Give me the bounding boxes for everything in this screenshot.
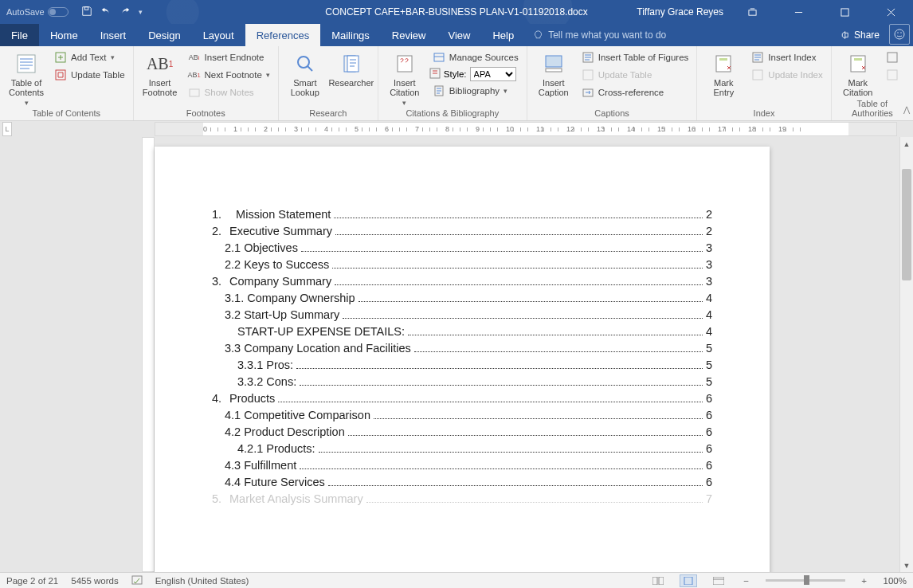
citation-style-selector[interactable]: Style: APA [429,67,522,81]
horizontal-ruler[interactable]: 012345678910111213141516171819 [155,122,897,136]
page-number-status[interactable]: Page 2 of 21 [6,576,58,586]
tab-mailings[interactable]: Mailings [320,24,381,46]
svg-rect-32 [659,577,664,585]
tab-home[interactable]: Home [39,24,89,46]
cross-reference-button[interactable]: Cross-reference [578,84,692,100]
close-button[interactable] [873,0,908,24]
update-toc-button[interactable]: Update Table [51,67,128,83]
zoom-level[interactable]: 100% [884,576,907,586]
svg-rect-9 [190,89,199,96]
zoom-out-button[interactable]: − [740,576,753,586]
user-name[interactable]: Tiffany Grace Reyes [637,6,723,18]
tab-insert[interactable]: Insert [89,24,138,46]
tab-layout[interactable]: Layout [192,24,245,46]
tab-selector[interactable]: L [2,122,12,136]
ribbon-display-options-icon[interactable] [735,0,770,24]
toc-entry-page: 6 [706,476,712,488]
toc-entry[interactable]: 1. Mission Statement 2 [212,208,712,221]
insert-index-button[interactable]: Insert Index [748,49,825,65]
toc-leader-dots [414,351,703,352]
insert-endnote-button[interactable]: ABiInsert Endnote [185,49,273,65]
scroll-down-icon[interactable]: ▼ [900,559,913,572]
update-toa-icon [886,69,899,81]
spellcheck-icon[interactable] [131,574,143,587]
toc-entry[interactable]: 4.2 Product Description 6 [212,425,712,438]
minimize-button[interactable] [781,0,816,24]
toc-entry-text: 4.3 Fulfillment [225,459,296,472]
document-area[interactable]: 1. Mission Statement 22. Executive Summa… [0,137,913,572]
collapse-ribbon-icon[interactable]: ⋀ [903,105,910,114]
save-icon[interactable] [81,6,92,18]
toc-entry[interactable]: 4. Products 6 [212,392,712,405]
group-index: Mark Entry Insert Index Update Index Ind… [697,46,831,120]
maximize-button[interactable] [827,0,862,24]
toc-entry[interactable]: 4.3 Fulfillment 6 [212,459,712,472]
scrollbar-thumb[interactable] [902,169,911,280]
redo-icon[interactable] [120,6,131,18]
toc-entry[interactable]: 5. Market Analysis Summary 7 [212,492,712,505]
smart-lookup-button[interactable]: Smart Lookup [284,49,327,97]
tell-me-search[interactable]: Tell me what you want to do [533,24,666,46]
word-count-status[interactable]: 5455 words [71,576,118,586]
undo-icon[interactable] [100,6,112,18]
zoom-in-button[interactable]: + [858,576,871,586]
mark-entry-button[interactable]: Mark Entry [702,49,745,97]
zoom-slider[interactable] [766,579,845,582]
autosave-toggle[interactable]: AutoSave [0,7,75,17]
toc-entry-text: START-UP EXPENSE DETAILS: [237,325,405,338]
language-status[interactable]: English (United States) [155,576,249,586]
toc-entry[interactable]: 4.4 Future Services 6 [212,476,712,488]
toc-entry-text: 3.3.2 Cons: [237,375,296,388]
tab-help[interactable]: Help [481,24,525,46]
tab-file[interactable]: File [0,24,39,46]
insert-footnote-button[interactable]: AB1 Insert Footnote [139,49,182,97]
manage-sources-button[interactable]: Manage Sources [429,49,522,65]
table-of-contents-button[interactable]: Table of Contents [5,49,48,107]
toc-entry-page: 7 [706,492,712,505]
style-label: Style: [444,69,467,79]
qat-customize-icon[interactable]: ▾ [139,8,143,16]
toc-entry[interactable]: 3.3.1 Pros: 5 [212,359,712,371]
toc-entry[interactable]: 4.2.1 Products: 6 [212,442,712,455]
toc-entry[interactable]: 3.2 Start-Up Summary 4 [212,308,712,321]
vertical-scrollbar[interactable]: ▲ ▼ [899,137,913,572]
toc-entry[interactable]: 3. Company Summary 3 [212,275,712,288]
scroll-up-icon[interactable]: ▲ [900,137,913,151]
tab-design[interactable]: Design [137,24,191,46]
toc-entry-page: 6 [706,409,712,421]
toc-entry[interactable]: 3.1. Company Ownership 4 [212,292,712,304]
web-layout-button[interactable] [710,574,727,587]
toc-entry[interactable]: 4.1 Competitive Comparison 6 [212,409,712,421]
insert-caption-button[interactable]: Insert Caption [532,49,575,97]
style-select[interactable]: APA [470,67,516,81]
read-mode-button[interactable] [649,574,667,587]
add-text-button[interactable]: Add Text [51,49,128,65]
insert-citation-button[interactable]: Insert Citation [383,49,426,107]
mark-citation-button[interactable]: Mark Citation [837,49,880,97]
toc-entry[interactable]: START-UP EXPENSE DETAILS: 4 [212,325,712,338]
share-button[interactable]: Share [829,24,889,46]
toc-entry[interactable]: 2.1 Objectives 3 [212,241,712,254]
tab-view[interactable]: View [437,24,481,46]
zoom-slider-knob[interactable] [804,575,809,585]
next-footnote-button[interactable]: AB1Next Footnote [185,67,273,83]
toc-entry[interactable]: 2. Executive Summary 2 [212,225,712,237]
bibliography-button[interactable]: Bibliography [429,83,522,99]
toc-entry[interactable]: 2.2 Keys to Success 3 [212,258,712,271]
insert-table-of-figures-button[interactable]: Insert Table of Figures [578,49,692,65]
researcher-button[interactable]: Researcher [330,49,373,88]
tab-review[interactable]: Review [381,24,437,46]
toc-leader-dots [343,318,703,319]
toc-entry[interactable]: 3.3.2 Cons: 5 [212,375,712,388]
toc-entry-text: 3.1. Company Ownership [225,292,355,304]
vertical-ruler[interactable] [142,137,155,572]
toc-entry[interactable]: 3.3 Company Location and Facilities 5 [212,342,712,355]
feedback-icon[interactable] [889,24,910,45]
tab-references[interactable]: References [245,24,320,46]
print-layout-button[interactable] [680,574,697,587]
document-page[interactable]: 1. Mission Statement 22. Executive Summa… [155,147,770,572]
svg-rect-18 [546,69,562,72]
toc-entry-text: 4.2 Product Description [225,425,345,438]
insert-toa-button[interactable] [883,49,902,65]
smart-lookup-icon [292,51,318,76]
